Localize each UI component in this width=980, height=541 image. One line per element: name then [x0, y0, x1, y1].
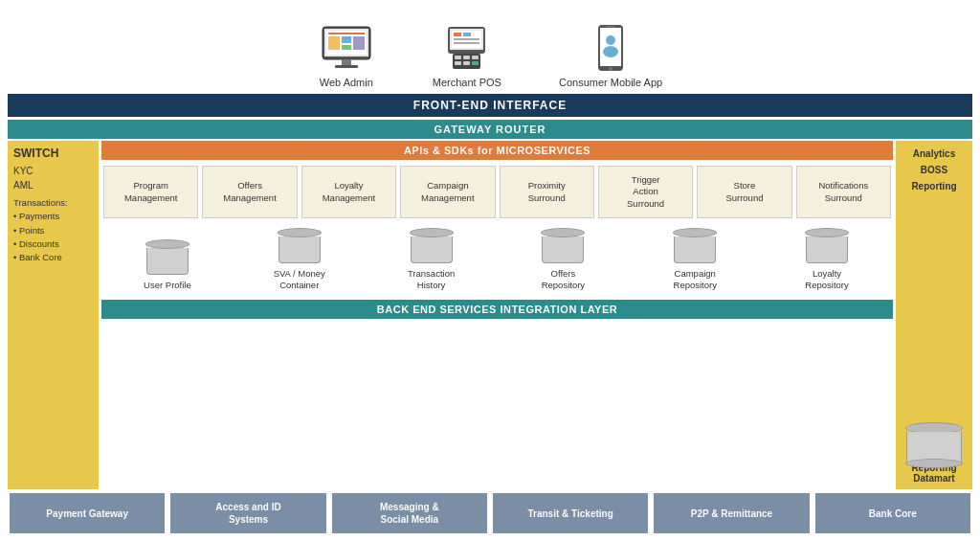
svg-point-27 — [606, 35, 615, 45]
db-loyalty: LoyaltyRepository — [763, 228, 891, 292]
svg-rect-5 — [342, 36, 351, 43]
switch-title: SWITCH — [13, 147, 93, 160]
svg-rect-3 — [328, 33, 365, 34]
consumer-mobile-icon — [596, 25, 625, 73]
main-container: Web Admin Merchant — [0, 0, 980, 541]
bottom-services-row: Payment Gateway Access and IDSystems Mes… — [8, 493, 972, 533]
svg-rect-4 — [328, 36, 340, 50]
bottom-access-id: Access and IDSystems — [170, 493, 325, 533]
svg-rect-30 — [606, 26, 615, 28]
switch-column: SWITCH KYC AML Transactions: • Payments … — [8, 141, 99, 489]
service-box-loyalty: LoyaltyManagement — [301, 166, 396, 218]
merchant-pos-label: Merchant POS — [433, 77, 501, 88]
service-box-trigger: TriggerActionSurround — [598, 166, 693, 218]
transactions-section: Transactions: • Payments • Points • Disc… — [13, 196, 93, 264]
db-offers: OffersRepository — [499, 228, 627, 292]
transactions-label: Transactions: — [13, 196, 93, 210]
service-boxes-row: ProgramManagement OffersManagement Loyal… — [101, 162, 893, 222]
datamart-cylinder — [905, 422, 963, 462]
web-admin-icon-item: Web Admin — [318, 25, 375, 88]
db-user-profile-label: User Profile — [144, 280, 191, 291]
svg-rect-16 — [454, 42, 479, 44]
service-box-offers: OffersManagement — [202, 166, 297, 218]
reporting-label: Reporting — [902, 179, 967, 193]
consumer-mobile-icon-item: Consumer Mobile App — [559, 25, 662, 88]
merchant-pos-icon-item: Merchant POS — [433, 25, 501, 88]
svg-rect-22 — [463, 61, 470, 65]
svg-rect-15 — [454, 38, 479, 40]
analytics-label: Analytics — [902, 147, 967, 161]
service-box-notifications: NotificationsSurround — [796, 166, 891, 218]
svg-rect-13 — [454, 33, 461, 36]
reporting-datamart: ReportingDatamart — [902, 422, 967, 484]
svg-point-29 — [609, 67, 612, 71]
analytics-column: Analytics BOSS Reporting ReportingDatama… — [896, 141, 972, 489]
center-area: APIs & SDKs for MICROSERVICES ProgramMan… — [101, 141, 893, 489]
svg-rect-8 — [342, 59, 351, 65]
svg-point-28 — [603, 46, 618, 57]
bankcore-item: • Bank Core — [13, 251, 93, 264]
database-row: User Profile SVA / MoneyContainer Transa… — [101, 224, 893, 296]
consumer-mobile-label: Consumer Mobile App — [559, 77, 662, 88]
svg-rect-21 — [455, 61, 461, 65]
service-box-campaign: CampaignManagement — [400, 166, 495, 218]
svg-rect-9 — [335, 65, 358, 68]
db-campaign-label: CampaignRepository — [674, 268, 717, 292]
web-admin-icon — [318, 25, 375, 73]
db-loyalty-label: LoyaltyRepository — [805, 268, 848, 292]
svg-rect-14 — [463, 33, 471, 36]
switch-items: KYC AML Transactions: • Payments • Point… — [13, 164, 93, 264]
payment-item: • Payments — [13, 210, 93, 223]
svg-rect-23 — [472, 61, 479, 65]
service-box-store: StoreSurround — [697, 166, 791, 218]
db-transaction-label: TransactionHistory — [408, 268, 455, 292]
svg-rect-19 — [463, 56, 470, 59]
discounts-item: • Discounts — [13, 237, 93, 251]
middle-section: SWITCH KYC AML Transactions: • Payments … — [8, 141, 972, 489]
kyc-label: KYC — [13, 164, 93, 178]
points-item: • Points — [13, 224, 93, 237]
apis-bar: APIs & SDKs for MICROSERVICES — [101, 141, 893, 160]
boss-label: BOSS — [902, 163, 967, 177]
db-user-profile: User Profile — [103, 239, 232, 291]
bottom-transit: Transit & Ticketing — [493, 493, 648, 533]
top-icons-row: Web Admin Merchant — [8, 8, 972, 94]
frontend-bar: FRONT-END INTERFACE — [8, 94, 972, 117]
bottom-bank-core: Bank Core — [815, 493, 970, 533]
gateway-bar: GATEWAY ROUTER — [8, 120, 972, 139]
db-campaign: CampaignRepository — [631, 228, 759, 292]
svg-rect-6 — [342, 45, 351, 50]
svg-rect-18 — [455, 56, 461, 59]
backend-bar: BACK END SERVICES INTEGRATION LAYER — [101, 300, 893, 319]
bottom-p2p: P2P & Remittance — [654, 493, 809, 533]
web-admin-label: Web Admin — [320, 77, 373, 88]
service-box-proximity: ProximitySurround — [500, 166, 594, 218]
bottom-payment-gateway: Payment Gateway — [10, 493, 165, 533]
db-sva-label: SVA / MoneyContainer — [274, 268, 325, 292]
service-box-program: ProgramManagement — [103, 166, 198, 218]
db-sva: SVA / MoneyContainer — [235, 228, 364, 292]
svg-rect-20 — [472, 56, 479, 59]
aml-label: AML — [13, 178, 93, 192]
bottom-messaging: Messaging &Social Media — [332, 493, 487, 533]
merchant-pos-icon — [440, 25, 493, 73]
db-offers-label: OffersRepository — [542, 268, 585, 292]
db-transaction: TransactionHistory — [368, 228, 496, 292]
svg-rect-7 — [353, 36, 365, 50]
